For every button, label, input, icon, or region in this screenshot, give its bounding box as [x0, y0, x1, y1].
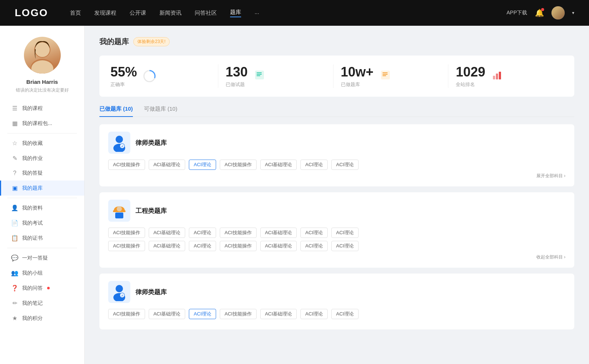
- tag-2-6[interactable]: ACI理论: [300, 228, 328, 238]
- collapse-card-2-button[interactable]: 收起全部科目 ›: [108, 254, 565, 260]
- tab-available-banks[interactable]: 可做题库 (10): [144, 106, 177, 117]
- tag-3-3[interactable]: ACI理论: [189, 309, 216, 319]
- tag-2-4[interactable]: ACI技能操作: [220, 228, 257, 238]
- tag-2-8[interactable]: ACI技能操作: [108, 241, 145, 251]
- tag-2-2[interactable]: ACI基础理论: [149, 228, 186, 238]
- points-icon: ★: [11, 315, 18, 322]
- sidebar-item-notes[interactable]: ✏ 我的笔记: [0, 296, 84, 311]
- avatar-image-sidebar: [24, 37, 61, 74]
- sidebar-item-homework[interactable]: ✎ 我的作业: [0, 151, 84, 166]
- svg-rect-15: [496, 74, 498, 79]
- tag-3-6[interactable]: ACI理论: [300, 309, 328, 319]
- chat-icon: 💬: [11, 254, 18, 261]
- svg-point-25: [116, 285, 123, 292]
- qa-badge-dot: [47, 287, 50, 289]
- notification-bell[interactable]: 🔔: [535, 8, 544, 18]
- nav-open-course[interactable]: 公开课: [130, 10, 146, 17]
- tag-2-1[interactable]: ACI技能操作: [108, 228, 145, 238]
- trial-badge: 体验剩余23天!: [133, 37, 170, 46]
- tag-3-2[interactable]: ACI基础理论: [149, 309, 186, 319]
- svg-point-24: [117, 206, 122, 211]
- tab-done-banks[interactable]: 已做题库 (10): [99, 106, 133, 117]
- tag-1-2[interactable]: ACI基础理论: [149, 160, 186, 170]
- sidebar-label-group: 我的小组: [22, 270, 43, 276]
- sidebar-item-qa[interactable]: ? 我的答疑: [0, 166, 84, 181]
- sidebar-item-course-package[interactable]: ▦ 我的课程包...: [0, 116, 84, 131]
- app-download-button[interactable]: APP下载: [507, 10, 527, 16]
- tag-2-14[interactable]: ACI理论: [331, 241, 359, 251]
- sidebar-label-course-package: 我的课程包...: [22, 120, 52, 127]
- svg-rect-10: [381, 71, 390, 79]
- sidebar-item-profile[interactable]: 👤 我的资料: [0, 200, 84, 215]
- svg-rect-11: [382, 72, 388, 73]
- svg-rect-6: [255, 71, 264, 79]
- tag-1-7[interactable]: ACI理论: [331, 160, 359, 170]
- tag-3-1[interactable]: ACI技能操作: [108, 309, 145, 319]
- stat-questions-done: 130 已做试题: [218, 64, 334, 88]
- svg-text:✓: ✓: [121, 294, 124, 297]
- tag-2-9[interactable]: ACI基础理论: [149, 241, 186, 251]
- sidebar-item-group[interactable]: 👥 我的小组: [0, 265, 84, 281]
- svg-point-2: [35, 42, 50, 57]
- bank-card-2-header: 工程类题库: [108, 200, 565, 222]
- tag-1-6[interactable]: ACI理论: [300, 160, 328, 170]
- sidebar-divider-1: [7, 133, 77, 133]
- courses-icon: ☰: [11, 105, 18, 112]
- package-icon: ▦: [11, 120, 18, 127]
- svg-point-17: [116, 136, 123, 143]
- stat-rank: 1029 全站排名: [448, 64, 563, 88]
- tag-3-7[interactable]: ACI理论: [331, 309, 359, 319]
- tag-2-11[interactable]: ACI技能操作: [220, 241, 257, 251]
- sidebar-item-my-courses[interactable]: ☰ 我的课程: [0, 101, 84, 116]
- tag-1-1[interactable]: ACI技能操作: [108, 160, 145, 170]
- sidebar-divider-3: [7, 248, 77, 248]
- avatar[interactable]: [551, 6, 565, 19]
- svg-rect-8: [257, 74, 262, 75]
- stat-questions-label: 已做试题: [226, 81, 248, 88]
- sidebar-label-exam: 我的考试: [22, 220, 43, 226]
- expand-card-1-button[interactable]: 展开全部科目 ›: [108, 173, 565, 179]
- tag-3-4[interactable]: ACI技能操作: [220, 309, 257, 319]
- tag-3-5[interactable]: ACI基础理论: [260, 309, 297, 319]
- nav-discover[interactable]: 发现课程: [94, 10, 116, 17]
- nav-news[interactable]: 新闻资讯: [159, 10, 181, 17]
- svg-rect-9: [257, 75, 260, 76]
- tag-2-12[interactable]: ACI基础理论: [260, 241, 297, 251]
- sidebar-username: Brian Harris: [27, 79, 58, 85]
- tag-2-7[interactable]: ACI理论: [331, 228, 359, 238]
- bank-card-2-tags-row1: ACI技能操作 ACI基础理论 ACI理论 ACI技能操作 ACI基础理论 AC…: [108, 228, 565, 238]
- tag-2-3[interactable]: ACI理论: [189, 228, 216, 238]
- tag-2-10[interactable]: ACI理论: [189, 241, 216, 251]
- sidebar-item-favorites[interactable]: ☆ 我的收藏: [0, 136, 84, 151]
- nav-question-bank[interactable]: 题库: [230, 9, 241, 17]
- certificate-icon: 📋: [11, 235, 18, 242]
- sidebar-item-points[interactable]: ★ 我的积分: [0, 311, 84, 326]
- bank-card-2-tags-row2: ACI技能操作 ACI基础理论 ACI理论 ACI技能操作 ACI基础理论 AC…: [108, 241, 565, 251]
- sidebar-item-question-bank[interactable]: ▣ 我的题库: [0, 181, 84, 196]
- tag-2-5[interactable]: ACI基础理论: [260, 228, 297, 238]
- tag-2-13[interactable]: ACI理论: [300, 241, 328, 251]
- sidebar-label-my-courses: 我的课程: [22, 105, 43, 112]
- profile-icon: 👤: [11, 204, 18, 211]
- nav-more[interactable]: ···: [254, 10, 259, 16]
- sidebar-item-my-qa[interactable]: ❓ 我的问答: [0, 281, 84, 296]
- sidebar-item-certificate[interactable]: 📋 我的证书: [0, 231, 84, 246]
- sidebar-item-exam[interactable]: 📄 我的考试: [0, 215, 84, 231]
- stat-banks-done-content: 10w+ 已做题库: [341, 64, 374, 88]
- sidebar-item-one-on-one[interactable]: 💬 一对一答疑: [0, 250, 84, 265]
- tag-1-5[interactable]: ACI基础理论: [260, 160, 297, 170]
- bar-chart-icon: [491, 69, 503, 81]
- stat-questions-number: 130: [226, 64, 248, 80]
- nav-home[interactable]: 首页: [70, 10, 81, 17]
- stat-accuracy-content: 55% 正确率: [110, 64, 137, 88]
- avatar-chevron-icon[interactable]: ▾: [572, 10, 574, 15]
- svg-text:✓: ✓: [121, 145, 124, 148]
- stat-banks-done: 10w+ 已做题库: [334, 64, 449, 88]
- avatar-image: [551, 6, 565, 19]
- bank-card-1: ✓ 律师类题库 ACI技能操作 ACI基础理论 ACI理论 ACI技能操作 AC…: [99, 124, 574, 186]
- nav-qa[interactable]: 问答社区: [195, 10, 217, 17]
- list-icon-teal: [254, 69, 265, 81]
- tag-1-3[interactable]: ACI理论: [189, 160, 216, 170]
- bank-card-3-header: ✓ 律师类题库: [108, 281, 565, 303]
- tag-1-4[interactable]: ACI技能操作: [220, 160, 257, 170]
